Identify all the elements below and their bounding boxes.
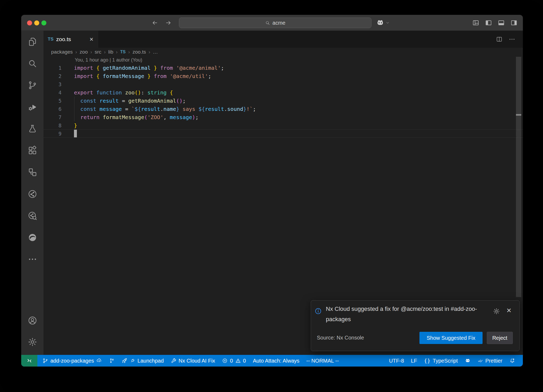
edge-icon (28, 233, 37, 242)
notification-source: Source: Nx Console (317, 335, 364, 341)
tab-zoo-ts[interactable]: TS zoo.ts ✕ (43, 31, 98, 48)
traffic-light-close[interactable] (27, 20, 32, 25)
breadcrumb-item[interactable]: packages (51, 49, 73, 55)
indent-guide (74, 97, 75, 121)
typescript-file-icon[interactable]: TS (120, 50, 125, 54)
status-label: Auto Attach: Always (253, 358, 300, 364)
code-line[interactable]: 1import { getRandomAnimal } from '@acme/… (43, 64, 523, 72)
code-text: const result = getRandomAnimal(); (62, 98, 186, 104)
ellipsis-icon (28, 254, 37, 264)
activity-edge-tools[interactable] (21, 227, 43, 248)
traffic-light-zoom[interactable] (41, 20, 46, 25)
beaker-icon (28, 124, 37, 134)
notifications-status[interactable] (506, 355, 519, 367)
chevron-right-icon: › (116, 49, 117, 55)
traffic-light-minimize[interactable] (34, 20, 39, 25)
launchpad-status[interactable]: Launchpad (118, 355, 167, 367)
activity-extensions[interactable] (21, 140, 43, 161)
tab-close-icon[interactable]: ✕ (89, 37, 94, 42)
formatter-status[interactable]: Prettier (474, 355, 506, 367)
code-line[interactable]: 8} (43, 121, 523, 129)
activity-source-control[interactable] (21, 74, 43, 96)
editor-scrollbar[interactable] (516, 57, 521, 297)
code-line[interactable]: 2import { formatMessage } from '@acme/ut… (43, 72, 523, 80)
line-number: 6 (43, 106, 62, 112)
copilot-icon (376, 19, 384, 27)
forward-arrow-icon[interactable] (165, 19, 172, 26)
activity-search[interactable] (21, 53, 43, 74)
activity-nx-console[interactable] (21, 161, 43, 183)
problems-status[interactable]: 00 (218, 355, 249, 367)
circle-graph-icon (28, 189, 37, 199)
layout-controls (472, 19, 518, 26)
show-suggested-fix-button[interactable]: Show Suggested Fix (419, 332, 483, 344)
status-label: add-zoo-packages (50, 358, 94, 364)
back-arrow-icon[interactable] (151, 19, 158, 26)
copilot-status[interactable] (461, 355, 474, 367)
breadcrumb-item[interactable]: src (95, 49, 101, 55)
toggle-secondary-sidebar-icon[interactable] (510, 19, 518, 26)
status-label: TypeScript (433, 358, 458, 364)
activity-accounts[interactable] (21, 310, 43, 331)
notification-message: Nx Cloud suggested a fix for @acme/zoo:t… (326, 304, 496, 324)
activity-run-and-debug[interactable] (21, 96, 43, 118)
activity-explorer[interactable] (21, 31, 43, 53)
eol-status[interactable]: LF (408, 355, 421, 367)
status-label: UTF-8 (389, 358, 404, 364)
git-branch-status[interactable]: add-zoo-packages (39, 355, 106, 367)
line-number: 7 (43, 114, 62, 120)
code-line[interactable]: 6 const message = `${result.name} says $… (43, 105, 523, 113)
activity-testing[interactable] (21, 118, 43, 140)
plug-icon (130, 358, 135, 364)
wrench-icon (171, 358, 177, 364)
auto-attach-status[interactable]: Auto Attach: Always (249, 355, 303, 367)
code-text: import { formatMessage } from '@acme/uti… (62, 73, 211, 79)
typescript-file-icon: TS (48, 37, 54, 42)
activity-settings[interactable] (21, 331, 43, 353)
chevron-right-icon: › (128, 49, 130, 55)
encoding-status[interactable]: UTF-8 (386, 355, 408, 367)
status-label: Nx Cloud AI Fix (179, 358, 215, 364)
code-text: import { getRandomAnimal } from '@acme/a… (62, 65, 224, 71)
toggle-sidebar-icon[interactable] (485, 19, 492, 26)
code-line[interactable]: 4export function zoo(): string { (43, 88, 523, 97)
breadcrumb-item[interactable]: lib (108, 49, 113, 55)
copilot-menu-button[interactable] (376, 19, 390, 27)
debug-icon (28, 102, 37, 112)
customize-layout-icon[interactable] (472, 19, 479, 26)
activity-nx-cloud[interactable] (21, 205, 43, 227)
search-icon (265, 20, 270, 25)
toggle-panel-icon[interactable] (498, 19, 505, 26)
status-label: 0 (230, 358, 233, 364)
nx-cloud-ai-fix-status[interactable]: Nx Cloud AI Fix (167, 355, 219, 367)
breadcrumb-item[interactable]: … (153, 49, 158, 55)
status-bar: add-zoo-packagesLaunchpadNx Cloud AI Fix… (21, 355, 523, 367)
status-label: 0 (243, 358, 246, 364)
status-label: Launchpad (138, 358, 164, 364)
text-cursor (74, 130, 77, 137)
more-actions-icon[interactable] (509, 36, 515, 43)
code-line[interactable]: 5 const result = getRandomAnimal(); (43, 97, 523, 105)
reject-button[interactable]: Reject (487, 332, 513, 344)
braces-icon: {} (424, 358, 431, 364)
info-icon (314, 307, 322, 315)
notification-settings-icon[interactable] (493, 308, 500, 315)
tab-label: zoo.ts (56, 36, 71, 42)
remote-indicator[interactable] (21, 355, 37, 367)
activity-project-graph[interactable] (21, 183, 43, 205)
code-text: export function zoo(): string { (62, 89, 173, 96)
vim-mode-status[interactable]: -- NORMAL -- (303, 355, 342, 367)
breadcrumb-item[interactable]: zoo.ts (133, 49, 146, 55)
code-line[interactable]: 7 return formatMessage('ZOO', message); (43, 113, 523, 121)
line-number: 8 (43, 123, 62, 128)
source-control-graph-status[interactable] (106, 355, 118, 367)
split-editor-icon[interactable] (496, 36, 503, 43)
command-center-search[interactable]: acme (179, 18, 371, 28)
language-status[interactable]: {}TypeScript (421, 355, 461, 367)
activity-additional-views[interactable] (21, 248, 43, 270)
error-icon (222, 358, 228, 364)
notification-close-icon[interactable]: ✕ (505, 307, 513, 314)
breadcrumb-item[interactable]: zoo (80, 49, 88, 55)
code-line[interactable]: 3 (43, 80, 523, 88)
status-label: -- NORMAL -- (306, 358, 339, 364)
